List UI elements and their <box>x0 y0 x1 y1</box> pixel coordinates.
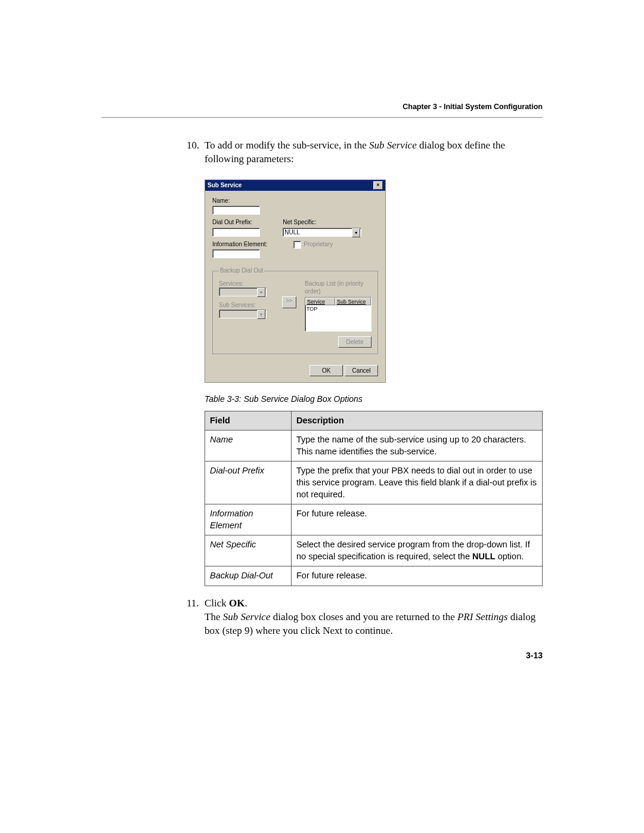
services-select[interactable] <box>219 287 267 296</box>
chapter-header: Chapter 3 - Initial System Configuration <box>402 103 543 111</box>
sub-service-term: Sub Service <box>369 140 417 151</box>
desc-cell: Type the prefix that your PBX needs to d… <box>292 462 543 504</box>
ok-term: OK <box>229 597 244 609</box>
table-row: Information Element For future release. <box>205 504 543 535</box>
table-caption: Table 3-3: Sub Service Dialog Box Option… <box>205 394 543 405</box>
col-field: Field <box>205 411 292 431</box>
proprietary-checkbox[interactable] <box>293 241 301 249</box>
step-number: 10. <box>187 139 199 153</box>
dialog-title: Sub Service <box>208 181 242 190</box>
cancel-button[interactable]: Cancel <box>345 365 378 376</box>
information-element-input[interactable] <box>212 249 260 258</box>
net-specific-select[interactable]: NULL <box>283 228 361 237</box>
field-cell: Name <box>205 431 292 462</box>
desc-cell: For future release. <box>292 566 543 586</box>
step-text: To add or modify the sub-service, in the <box>205 140 369 151</box>
desc-cell: Select the desired service program from … <box>292 535 543 566</box>
field-cell: Net Specific <box>205 535 292 566</box>
options-table: Field Description Name Type the name of … <box>205 411 543 586</box>
backup-legend: Backup Dial Out <box>219 267 264 275</box>
close-icon[interactable]: × <box>373 181 383 190</box>
col-sub-service[interactable]: Sub Service <box>335 298 371 305</box>
desc-cell: Type the name of the sub-service using u… <box>292 431 543 462</box>
backup-list-label: Backup List (in priority order) <box>305 280 371 296</box>
list-item[interactable]: TOP <box>305 305 371 312</box>
name-input[interactable] <box>212 206 260 215</box>
col-description: Description <box>292 411 543 431</box>
proprietary-label: Proprietary <box>304 241 333 247</box>
field-cell: Dial-out Prefix <box>205 462 292 504</box>
field-cell: Information Element <box>205 504 292 535</box>
information-element-label: Information Element: <box>212 240 267 249</box>
table-row: Backup Dial-Out For future release. <box>205 566 543 586</box>
delete-button[interactable]: Delete <box>338 336 371 348</box>
field-cell: Backup Dial-Out <box>205 566 292 586</box>
sub-services-select[interactable] <box>219 309 267 318</box>
services-label: Services: <box>219 280 243 287</box>
proprietary-checkbox-row: Proprietary <box>293 240 361 249</box>
table-row: Net Specific Select the desired service … <box>205 535 543 566</box>
sub-services-label: Sub Services: <box>219 302 256 308</box>
step-11: 11. Click OK. The Sub Service dialog box… <box>188 597 543 638</box>
step-10: 10. To add or modify the sub-service, in… <box>188 139 543 586</box>
name-label: Name: <box>212 197 378 205</box>
backup-list[interactable]: Service Sub Service TOP <box>305 297 371 332</box>
sub-service-term: Sub Service <box>223 611 271 623</box>
dial-out-prefix-label: Dial Out Prefix: <box>212 218 267 227</box>
header-rule <box>101 117 543 118</box>
dial-out-prefix-input[interactable] <box>212 228 260 237</box>
dialog-titlebar: Sub Service × <box>205 180 385 191</box>
sub-service-dialog: Sub Service × Name: Dial Out Prefix: <box>205 179 386 383</box>
net-specific-label: Net Specific: <box>283 218 361 227</box>
step-number: 11. <box>187 597 199 611</box>
step-text: Click <box>205 597 229 609</box>
backup-dial-out-group: Backup Dial Out Services: Sub Services: <box>212 267 378 354</box>
pri-settings-term: PRI Settings <box>457 611 508 623</box>
add-backup-button[interactable]: >> <box>282 296 296 308</box>
desc-cell: For future release. <box>292 504 543 535</box>
table-row: Name Type the name of the sub-service us… <box>205 431 543 462</box>
content-area: 10. To add or modify the sub-service, in… <box>188 139 543 649</box>
col-service[interactable]: Service <box>305 298 335 305</box>
table-row: Dial-out Prefix Type the prefix that you… <box>205 462 543 504</box>
step-text-dot: . <box>245 597 247 609</box>
ok-button[interactable]: OK <box>309 365 343 376</box>
page-number: 3-13 <box>526 651 543 660</box>
